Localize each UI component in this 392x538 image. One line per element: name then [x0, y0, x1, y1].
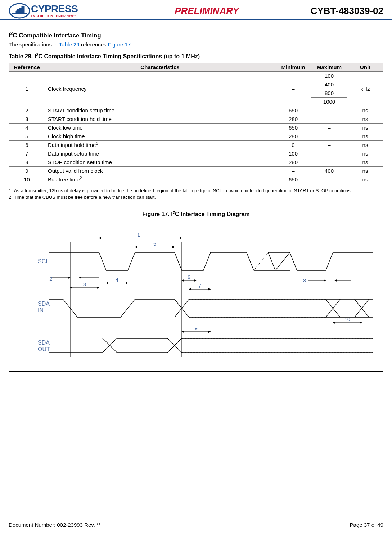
table-header-row: Reference Characteristics Minimum Maximu…	[9, 63, 383, 72]
table-row: 4 Clock low time 650 – ns	[9, 124, 383, 132]
logo-tagline: EMBEDDED IN TOMORROW™	[31, 15, 78, 18]
label-scl: SCL	[38, 258, 49, 264]
logo-block: CYPRESS EMBEDDED IN TOMORROW™	[9, 3, 78, 19]
marker-6: 6	[188, 274, 190, 280]
label-sda-in-2: IN	[38, 307, 44, 313]
link-figure-17[interactable]: Figure 17	[108, 41, 131, 48]
th-unit: Unit	[347, 63, 383, 72]
preliminary-label: PRELIMINARY	[175, 5, 239, 17]
table-row: 9 Output valid from clock – 400 ns	[9, 167, 383, 175]
table-row: 10 Bus free time2 650 – ns	[9, 175, 383, 184]
marker-9: 9	[195, 326, 198, 331]
page-footer: Document Number: 002-23993 Rev. ** Page …	[9, 522, 383, 528]
part-number: CYBT-483039-02	[311, 5, 383, 17]
table-row: 5 Clock high time 280 – ns	[9, 132, 383, 141]
table-row: 1 Clock frequency – 100 kHz	[9, 72, 383, 80]
logo-text: CYPRESS	[31, 4, 78, 14]
figure-caption: Figure 17. I2C Interface Timing Diagram	[9, 211, 383, 218]
th-maximum: Maximum	[311, 63, 347, 72]
marker-3: 3	[83, 282, 86, 287]
label-sda-in-1: SDA	[38, 301, 50, 307]
table-row: 2 START condition setup time 650 – ns	[9, 106, 383, 115]
marker-4: 4	[116, 277, 118, 283]
intro-text: The specifications in Table 29 reference…	[9, 41, 383, 48]
page-header: CYPRESS EMBEDDED IN TOMORROW™ PRELIMINAR…	[0, 0, 392, 20]
label-sda-out-1: SDA	[38, 340, 50, 346]
marker-5: 5	[153, 241, 156, 247]
svg-rect-1	[12, 13, 27, 14]
table-caption: Table 29. I2C Compatible Interface Timin…	[9, 53, 383, 60]
doc-number: Document Number: 002-23993 Rev. **	[9, 522, 101, 528]
marker-8: 8	[303, 278, 306, 283]
table-row: 7 Data input setup time 100 – ns	[9, 149, 383, 158]
spec-table: Reference Characteristics Minimum Maximu…	[9, 63, 383, 184]
th-reference: Reference	[9, 63, 45, 72]
table-row: 3 START condition hold time 280 – ns	[9, 115, 383, 124]
marker-7: 7	[198, 283, 201, 289]
table-row: 8 STOP condition setup time 280 – ns	[9, 158, 383, 167]
marker-2: 2	[49, 276, 52, 282]
timing-diagram-svg: SCL SDA IN SDA OUT 1	[16, 227, 376, 364]
page-number: Page 37 of 49	[350, 522, 383, 528]
table-notes: 1. As a transmitter, 125 ns of delay is …	[9, 188, 383, 200]
th-minimum: Minimum	[275, 63, 311, 72]
section-title: I2C Compatible Interface Timing	[9, 32, 383, 39]
marker-1: 1	[137, 232, 140, 238]
link-table-29[interactable]: Table 29	[59, 41, 80, 48]
note-item: 2. Time that the CBUS must be free befor…	[9, 194, 383, 201]
marker-10: 10	[344, 317, 350, 322]
timing-diagram-box: SCL SDA IN SDA OUT 1	[9, 220, 383, 372]
th-characteristics: Characteristics	[45, 63, 275, 72]
table-row: 6 Data input hold time1 0 – ns	[9, 141, 383, 149]
note-item: 1. As a transmitter, 125 ns of delay is …	[9, 188, 383, 194]
cypress-logo-icon	[9, 3, 30, 19]
label-sda-out-2: OUT	[38, 346, 50, 352]
